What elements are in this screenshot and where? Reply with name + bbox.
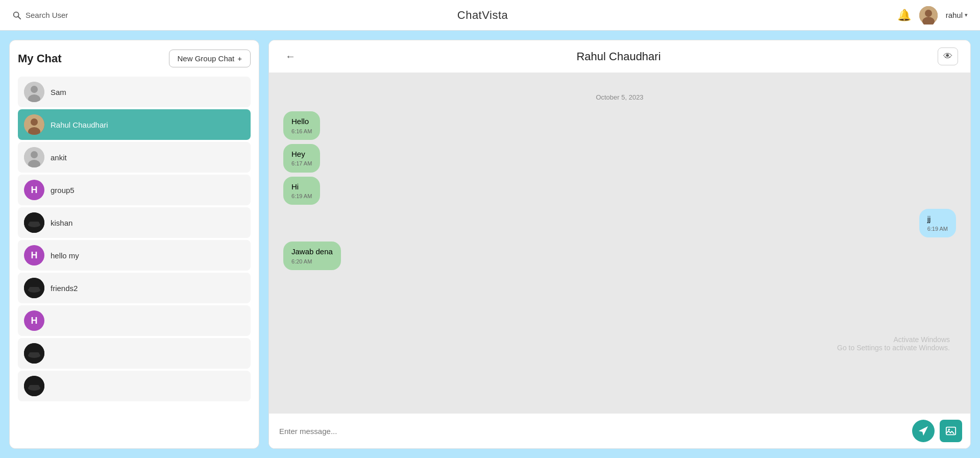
plus-icon: + [237,54,242,63]
message-text: Hello [291,116,312,127]
svg-rect-25 [29,385,39,388]
avatar [24,82,44,102]
message-text: Hi [291,182,312,192]
chat-name: Rahul Chaudhari [51,120,108,129]
avatar [24,212,44,233]
bowl-icon [24,278,44,298]
chat-list-item[interactable]: friends2 [18,273,251,303]
message-row: jj 6:19 AM [283,209,956,237]
avatar [24,278,44,298]
chat-list-item[interactable] [18,338,251,369]
message-time: 6:19 AM [927,225,948,232]
svg-point-6 [31,86,38,93]
message-time: 6:19 AM [291,192,312,200]
chat-name: hello my [51,251,79,260]
chat-list-item[interactable]: kishan [18,207,251,238]
chat-list: Sam Rahul Chaudhari [18,77,251,442]
user-area: 🔔 rahul ▾ [897,6,968,25]
person-icon [24,82,44,102]
send-button[interactable] [912,420,935,442]
message-bubble: jj 6:19 AM [919,209,956,237]
chat-list-item[interactable]: Sam [18,77,251,107]
svg-line-1 [18,16,20,19]
message-bubble: Hey 6:17 AM [283,144,320,173]
avatar: H [24,310,44,331]
right-panel: ← Rahul Chaudhari 👁 October 5, 2023 Hell… [268,40,971,449]
chat-contact-name: Rahul Chaudhari [300,50,938,63]
avatar [24,147,44,167]
date-divider: October 5, 2023 [283,93,956,101]
message-text: Hey [291,149,312,159]
rahul-avatar-img [24,114,44,135]
chat-name: group5 [51,186,75,195]
message-time: 6:20 AM [291,258,333,265]
image-icon [945,425,957,437]
bowl-icon [24,212,44,233]
svg-rect-22 [29,352,39,355]
chat-list-item[interactable]: ankit [18,142,251,173]
user-avatar-img [919,6,938,25]
navbar: Search User ChatVista 🔔 rahul ▾ [0,0,980,31]
windows-watermark: Activate Windows Go to Settings to activ… [837,335,950,352]
search-label: Search User [26,11,68,19]
chat-list-item[interactable]: H group5 [18,175,251,205]
svg-rect-19 [29,287,39,290]
message-input-area [269,413,970,448]
chevron-down-icon: ▾ [965,12,968,18]
left-panel: My Chat New Group Chat + Sam [9,40,259,449]
message-time: 6:16 AM [291,128,312,135]
svg-point-27 [948,428,950,430]
username-label[interactable]: rahul ▾ [946,11,968,19]
svg-rect-16 [29,222,39,225]
svg-point-12 [31,151,38,158]
avatar: H [24,245,44,266]
message-row: Hey 6:17 AM [283,144,956,173]
back-button[interactable]: ← [281,49,300,64]
left-panel-header: My Chat New Group Chat + [18,50,251,67]
message-text: Jawab dena [291,247,333,257]
watermark-line1: Activate Windows [837,335,950,344]
avatar [24,376,44,396]
view-profile-button[interactable]: 👁 [938,47,958,65]
avatar: H [24,180,44,200]
chat-name: ankit [51,153,67,162]
avatar [24,343,44,364]
watermark-line2: Go to Settings to activate Windows. [837,344,950,352]
chat-list-item[interactable]: H [18,305,251,336]
svg-point-3 [925,10,932,17]
search-area[interactable]: Search User [12,11,68,20]
message-row: Hello 6:16 AM [283,111,956,140]
message-input[interactable] [277,423,907,440]
message-bubble: Hi 6:19 AM [283,177,320,205]
chat-name: kishan [51,219,72,227]
chat-list-item[interactable]: H hello my [18,240,251,271]
messages-area: October 5, 2023 Hello 6:16 AM Hey 6:17 A… [269,73,970,413]
chat-name: Sam [51,88,66,97]
bell-icon[interactable]: 🔔 [897,9,911,22]
app-title: ChatVista [457,9,508,22]
main-container: My Chat New Group Chat + Sam [0,31,980,458]
chat-list-item-rahul[interactable]: Rahul Chaudhari [18,109,251,140]
message-time: 6:17 AM [291,160,312,167]
svg-point-9 [31,118,38,126]
my-chat-title: My Chat [18,52,62,65]
new-group-chat-button[interactable]: New Group Chat + [169,50,251,67]
avatar [919,6,938,25]
bowl-icon [24,343,44,364]
chat-name: friends2 [51,284,78,293]
search-icon [12,11,21,20]
message-bubble: Hello 6:16 AM [283,111,320,140]
message-bubble: Jawab dena 6:20 AM [283,242,341,270]
message-row: Hi 6:19 AM [283,177,956,205]
send-icon [918,425,929,437]
message-row: Jawab dena 6:20 AM [283,242,956,270]
new-group-label: New Group Chat [178,54,235,63]
eye-icon: 👁 [943,51,952,61]
chat-header: ← Rahul Chaudhari 👁 [269,40,970,73]
person-icon [24,147,44,167]
message-text: jj [927,214,948,224]
image-button[interactable] [940,420,962,442]
bowl-icon [24,376,44,396]
chat-list-item[interactable] [18,371,251,401]
avatar [24,114,44,135]
